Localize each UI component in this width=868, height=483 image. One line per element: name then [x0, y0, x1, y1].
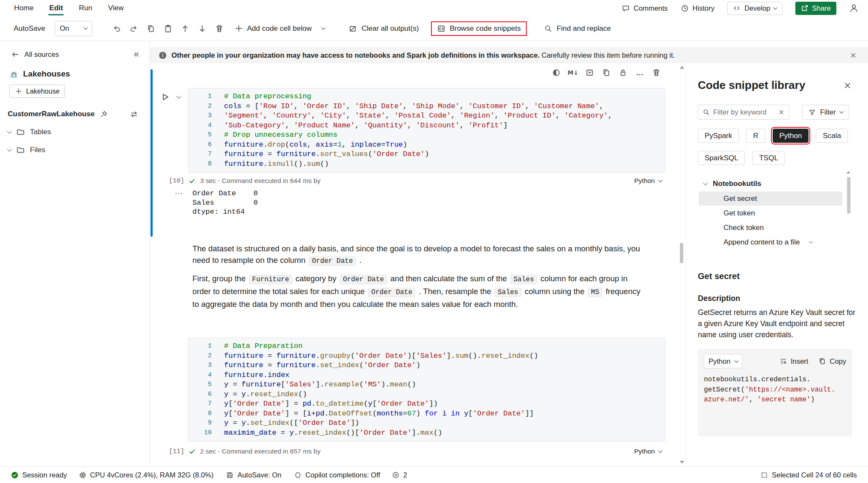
cell-toolbar: M↓ … — [551, 68, 661, 78]
tree-scrollbar[interactable] — [847, 171, 851, 260]
chip-tsql[interactable]: TSQL — [752, 151, 785, 165]
delete-cell-button[interactable] — [214, 23, 225, 34]
clear-search-icon[interactable] — [778, 109, 785, 115]
copy-snippet-button[interactable]: Copy — [818, 357, 846, 365]
chevron-down-icon[interactable] — [176, 94, 181, 98]
hide-input-icon[interactable] — [585, 68, 595, 78]
output-options-icon[interactable]: … — [174, 186, 184, 196]
cell-language-selector[interactable]: Python — [634, 177, 661, 185]
panel-title: Code snippet library — [698, 79, 805, 92]
comments-button[interactable]: Comments — [622, 4, 668, 12]
autosave-toggle[interactable]: On — [55, 21, 92, 36]
menu-edit[interactable]: Edit — [49, 0, 63, 16]
add-lakehouse-button[interactable]: Lakehouse — [9, 85, 65, 98]
scrollbar-thumb[interactable] — [847, 177, 850, 214]
account-icon[interactable] — [849, 3, 859, 13]
snippet-item-get-token[interactable]: Get token — [699, 206, 842, 220]
scroll-down-icon[interactable] — [680, 461, 684, 464]
scroll-up-icon[interactable] — [680, 66, 684, 69]
autosave-label: AutoSave — [14, 24, 45, 33]
markdown-cell[interactable]: The dataset is structured on a daily bas… — [192, 243, 646, 310]
run-cell-controls — [160, 92, 180, 102]
copy-button[interactable] — [145, 23, 157, 34]
copilot-status[interactable]: Copilot completions: Off — [294, 471, 380, 479]
find-replace-button[interactable]: Find and replace — [544, 24, 611, 33]
delete-cell-icon[interactable] — [651, 68, 661, 78]
scroll-up-icon[interactable] — [847, 171, 850, 174]
toggle-output-icon[interactable] — [551, 68, 561, 78]
share-button[interactable]: Share — [795, 2, 836, 15]
history-button[interactable]: History — [681, 4, 714, 12]
cell-language-selector[interactable]: Python — [634, 448, 661, 455]
menu-view[interactable]: View — [108, 0, 124, 16]
folder-icon — [16, 146, 25, 154]
code-editor[interactable]: # Data preprocessingcols = ['Row ID', 'O… — [218, 92, 612, 169]
browse-snippets-button[interactable]: Browse code snippets — [437, 24, 521, 33]
redo-icon — [130, 24, 138, 33]
trash-icon — [215, 24, 224, 33]
description-text: GetSecret returns an Azure Key Vault sec… — [698, 307, 857, 340]
close-icon[interactable] — [850, 52, 857, 59]
lock-cell-icon[interactable] — [618, 68, 628, 78]
redo-button[interactable] — [128, 23, 140, 34]
autosave-status[interactable]: AutoSave: On — [226, 471, 281, 479]
collapse-sidebar-icon[interactable]: « — [134, 50, 139, 59]
move-cell-down-button[interactable] — [197, 23, 208, 34]
menu-bar: Home Edit Run View Comments History Deve… — [0, 0, 868, 16]
menu-run[interactable]: Run — [79, 0, 92, 16]
pin-icon[interactable] — [100, 110, 108, 118]
snippet-item-check-token[interactable]: Check token — [699, 221, 842, 235]
chip-scala[interactable]: Scala — [816, 129, 848, 143]
snippet-language-dropdown[interactable]: Python — [704, 354, 742, 368]
execution-count: [11] — [169, 448, 184, 455]
scrollbar-thumb[interactable] — [680, 243, 683, 263]
snippet-search-input[interactable] — [713, 108, 775, 116]
chip-python[interactable]: Python — [773, 129, 809, 143]
all-sources-label[interactable]: All sources — [24, 50, 59, 59]
clear-outputs-button[interactable]: Clear all output(s) — [348, 24, 419, 33]
main-scrollbar[interactable] — [678, 63, 685, 466]
sidebar-item-files[interactable]: Files — [0, 146, 149, 154]
snippet-code: notebookutils.credentials.getSecret('htt… — [704, 375, 846, 405]
comments-label: Comments — [634, 4, 668, 12]
chevron-down-icon — [658, 448, 662, 452]
sidebar-item-tables[interactable]: Tables — [0, 128, 149, 136]
snippet-group-notebookutils[interactable]: Notebookutils — [698, 177, 852, 191]
close-icon[interactable] — [843, 81, 852, 90]
back-arrow-icon[interactable] — [11, 50, 19, 59]
switch-lakehouse-icon[interactable] — [130, 110, 138, 118]
chevron-down-icon[interactable] — [7, 129, 12, 133]
insert-snippet-button[interactable]: Insert — [779, 357, 808, 365]
code-cell-2[interactable]: 12345678910 # Data Preparationfurniture … — [188, 338, 665, 442]
chevron-down-icon[interactable] — [7, 147, 12, 151]
more-options-icon[interactable]: … — [635, 68, 645, 78]
snippet-group-label: Notebookutils — [713, 180, 761, 188]
copilot-status-label: Copilot completions: Off — [305, 471, 380, 479]
issues-indicator[interactable]: 2 — [392, 471, 407, 479]
lakehouse-item[interactable]: CustomerRawLakehouse — [0, 110, 149, 118]
chip-pyspark[interactable]: PySpark — [698, 129, 739, 143]
convert-markdown-icon[interactable]: M↓ — [568, 68, 578, 78]
comment-icon — [622, 4, 630, 12]
execution-count: [10] — [169, 177, 184, 185]
menu-home[interactable]: Home — [14, 0, 33, 16]
snippet-search-box[interactable] — [698, 105, 789, 120]
snippet-item-get-secret[interactable]: Get secret — [699, 191, 842, 206]
filter-button[interactable]: Filter — [802, 105, 849, 120]
code-editor[interactable]: # Data Preparationfurniture = furniture.… — [218, 342, 538, 438]
paste-button[interactable] — [162, 23, 174, 34]
snippet-item-append-content[interactable]: Append content to a file — [699, 235, 842, 249]
duplicate-cell-icon[interactable] — [601, 68, 611, 78]
chevron-down-icon — [774, 5, 777, 9]
code-cell-1[interactable]: 12345678 # Data preprocessingcols = ['Ro… — [188, 88, 665, 173]
add-code-cell-button[interactable]: Add code cell below — [235, 24, 325, 33]
chip-sparksql[interactable]: SparkSQL — [698, 151, 745, 165]
move-cell-up-button[interactable] — [180, 23, 191, 34]
develop-button[interactable]: Develop — [727, 2, 782, 15]
all-sources-row: All sources « — [0, 50, 149, 59]
chip-r[interactable]: R — [746, 129, 765, 143]
run-cell-icon[interactable] — [160, 92, 170, 102]
cell-selection-status: Selected Cell 24 of 60 cells — [761, 471, 857, 479]
chevron-down-icon[interactable] — [322, 26, 325, 29]
undo-button[interactable] — [111, 23, 123, 34]
